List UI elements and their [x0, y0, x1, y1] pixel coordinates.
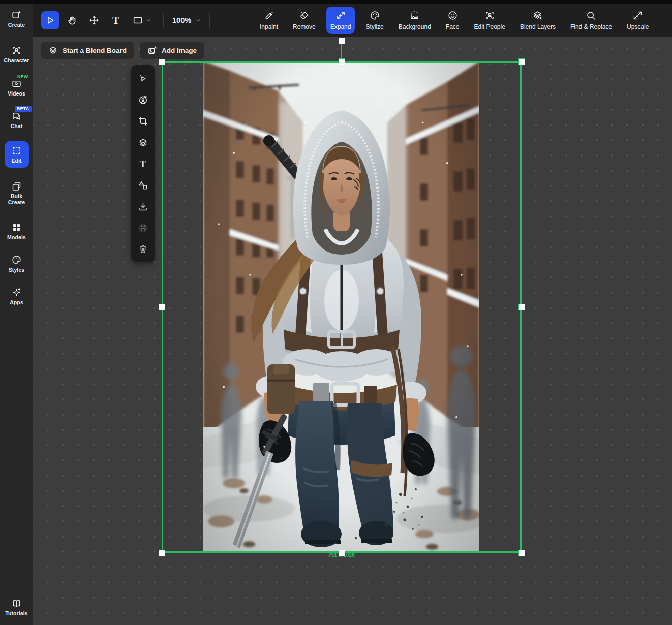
crop-button[interactable]	[134, 111, 152, 131]
apps-icon	[11, 287, 22, 298]
edit-actions-group: Inpaint Remove Expand Stylize Background…	[256, 4, 653, 37]
stylize-icon	[370, 10, 380, 21]
chevron-down-icon	[195, 17, 201, 23]
sidebar-item-edit[interactable]: Edit	[5, 141, 29, 168]
add-image-button[interactable]: Add Image	[140, 42, 204, 59]
sidebar-item-tutorials[interactable]: Tutorials	[1, 598, 33, 617]
blend-layers-icon	[532, 10, 543, 21]
action-label: Upscale	[627, 23, 649, 30]
expand-icon	[335, 10, 346, 21]
styles-icon	[11, 255, 22, 265]
crop-icon	[138, 116, 148, 127]
chevron-down-icon	[145, 17, 151, 23]
sidebar-label: Styles	[9, 267, 25, 273]
selection-handle-bottom-right[interactable]	[518, 550, 525, 556]
zoom-control[interactable]: 100%	[172, 16, 201, 24]
sidebar-label: Edit	[11, 158, 21, 164]
bulk-create-icon	[11, 181, 22, 192]
tutorials-icon	[11, 598, 22, 609]
layers-icon	[138, 137, 148, 148]
inpaint-icon	[264, 10, 274, 21]
videos-icon	[11, 78, 22, 89]
toolbar-divider	[209, 13, 210, 28]
selection-handle-bottom-left[interactable]	[159, 550, 165, 556]
layers-button[interactable]	[134, 133, 152, 152]
sidebar-item-bulk-create[interactable]: Bulk Create	[1, 181, 33, 206]
save-icon	[138, 223, 148, 233]
action-label: Blend Layers	[520, 23, 556, 30]
sidebar-label: Character	[4, 58, 29, 64]
delete-button[interactable]	[134, 239, 152, 259]
rectangle-shape-icon	[132, 15, 143, 26]
text-tool-button[interactable]: T	[107, 11, 125, 29]
face-icon	[447, 10, 458, 21]
create-icon	[11, 10, 22, 20]
sidebar-item-character[interactable]: Character	[1, 45, 33, 64]
sidebar-label: Tutorials	[5, 611, 27, 617]
action-label: Stylize	[365, 23, 383, 30]
move-icon	[88, 15, 100, 26]
toolbar-divider	[163, 13, 164, 28]
stylize-button[interactable]: Stylize	[361, 7, 387, 34]
remove-button[interactable]: Remove	[289, 7, 320, 34]
canvas-image[interactable]	[203, 61, 479, 553]
selection-handle-bottom-center[interactable]	[339, 550, 345, 556]
save-button[interactable]	[134, 218, 152, 237]
download-icon	[138, 201, 148, 212]
layer-toolbar: T	[131, 65, 155, 262]
download-button[interactable]	[134, 197, 152, 216]
sidebar-label: Create	[8, 22, 25, 28]
shape-tool-button[interactable]	[129, 11, 155, 29]
hand-icon	[67, 15, 78, 26]
expand-button[interactable]: Expand	[326, 7, 355, 34]
move-tool-button[interactable]	[85, 11, 103, 29]
sidebar: Create Character NEW Videos BETA Chat Ed…	[0, 4, 33, 625]
sidebar-item-models[interactable]: Models	[1, 222, 33, 241]
find-replace-button[interactable]: Find & Replace	[566, 7, 616, 34]
sidebar-item-apps[interactable]: Apps	[1, 287, 33, 306]
action-label: Remove	[293, 23, 316, 30]
selection-handle-top-center[interactable]	[339, 58, 345, 65]
edit-people-button[interactable]: Edit People	[470, 7, 509, 34]
start-blend-board-button[interactable]: Start a Blend Board	[41, 42, 134, 59]
action-label: Face	[446, 23, 460, 30]
background-icon	[409, 10, 420, 21]
pointer-tool-button[interactable]	[41, 11, 59, 29]
upscale-icon	[632, 10, 643, 21]
edit-people-icon	[484, 10, 495, 21]
magic-select-icon	[138, 73, 148, 84]
top-toolbar: T 100% Inpaint Remove Expand Stylize	[33, 4, 672, 37]
upscale-button[interactable]: Upscale	[623, 7, 653, 34]
action-label: Background	[399, 23, 431, 30]
magic-select-button[interactable]	[134, 69, 152, 88]
sidebar-item-create[interactable]: Create	[1, 10, 33, 28]
action-label: Inpaint	[260, 23, 278, 30]
new-badge: NEW	[17, 74, 28, 79]
hand-tool-button[interactable]	[63, 11, 81, 29]
background-button[interactable]: Background	[394, 7, 435, 34]
face-button[interactable]: Face	[442, 7, 464, 34]
character-swap-button[interactable]	[134, 90, 152, 109]
rotation-handle[interactable]	[339, 38, 345, 44]
sidebar-item-styles[interactable]: Styles	[1, 255, 33, 273]
selection-handle-top-left[interactable]	[159, 58, 165, 65]
canvas[interactable]: Start a Blend Board Add Image T	[33, 37, 672, 625]
sidebar-item-videos[interactable]: NEW Videos	[1, 78, 33, 97]
blend-layers-button[interactable]: Blend Layers	[516, 7, 560, 34]
sidebar-label: Videos	[8, 91, 25, 97]
shapes-icon	[138, 180, 148, 191]
sidebar-item-chat[interactable]: BETA Chat	[1, 111, 33, 130]
button-label: Start a Blend Board	[63, 47, 127, 54]
text-icon: T	[140, 159, 146, 169]
layers-icon	[48, 46, 58, 55]
shapes-button[interactable]	[134, 175, 152, 195]
text-button[interactable]: T	[134, 154, 152, 173]
button-label: Add Image	[162, 47, 197, 54]
selection-handle-middle-left[interactable]	[159, 304, 165, 310]
action-label: Edit People	[474, 23, 505, 30]
search-icon	[586, 10, 596, 21]
edit-icon	[11, 145, 22, 156]
inpaint-button[interactable]: Inpaint	[256, 7, 282, 34]
selection-handle-top-right[interactable]	[518, 58, 525, 65]
selection-handle-middle-right[interactable]	[518, 304, 525, 310]
